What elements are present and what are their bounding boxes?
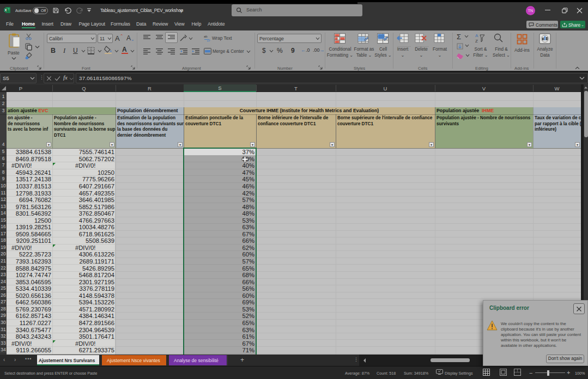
svg-text:X: X: [4, 8, 7, 12]
svg-text:Z: Z: [475, 39, 478, 44]
svg-text:A: A: [475, 33, 478, 38]
svg-text:ab: ab: [204, 35, 208, 38]
